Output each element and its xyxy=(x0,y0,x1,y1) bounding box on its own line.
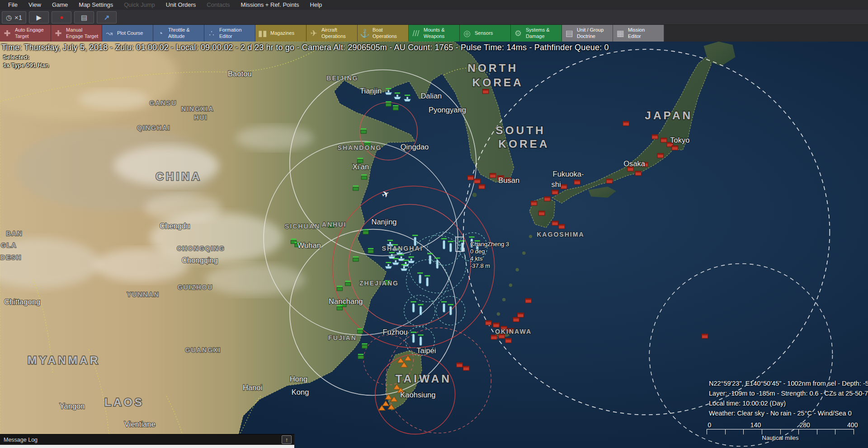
message-log-expand-button[interactable]: ↑ xyxy=(282,435,292,444)
unit-red[interactable] xyxy=(552,221,558,225)
unit-red[interactable] xyxy=(518,313,524,317)
map-label-xi-an: Xi'an xyxy=(353,163,369,171)
magazines-icon: ▮▮ xyxy=(257,29,268,37)
unit-red[interactable] xyxy=(652,135,658,139)
menu-missions-ref-points[interactable]: Missions + Ref. Points xyxy=(236,0,305,10)
unit-inst[interactable] xyxy=(358,354,363,359)
unit-red[interactable] xyxy=(544,196,551,201)
quick-toolbar: ◷×1▶●▤↗ xyxy=(0,10,868,25)
menu-view[interactable]: View xyxy=(23,0,47,10)
unit-red[interactable] xyxy=(482,89,489,93)
formation-editor-button[interactable]: ∴Formation Editor xyxy=(204,25,255,42)
unit-inst[interactable] xyxy=(358,328,363,333)
sensors-label: Sensors xyxy=(475,30,493,36)
map-label-guangxi: GUANGXI xyxy=(185,346,222,354)
unit-inst[interactable] xyxy=(358,158,363,163)
unit-red[interactable] xyxy=(672,146,678,150)
unit-inst[interactable] xyxy=(337,305,342,310)
unit-red[interactable] xyxy=(479,184,485,189)
record-icon: ● xyxy=(60,14,63,20)
record-button[interactable]: ● xyxy=(52,11,71,23)
unit-red[interactable] xyxy=(606,179,613,183)
unit-red[interactable] xyxy=(491,335,497,340)
unit-red[interactable] xyxy=(531,201,537,205)
unit-red[interactable] xyxy=(463,366,469,371)
unit-red[interactable] xyxy=(657,154,664,158)
unit-red[interactable] xyxy=(623,121,629,126)
map-label-zhejiang: ZHEJIANG xyxy=(359,280,399,287)
unit-red[interactable] xyxy=(525,299,532,303)
play-button[interactable]: ▶ xyxy=(29,11,49,23)
map-label-tokyo: Tokyo xyxy=(670,136,689,145)
plot-course-button[interactable]: ↝Plot Course xyxy=(102,25,153,42)
mounts-weapons-label: Mounts & Weapons xyxy=(424,27,444,39)
menu-game[interactable]: Game xyxy=(47,0,73,10)
mission-editor-label: Mission Editor xyxy=(628,27,645,39)
menu-help[interactable]: Help xyxy=(305,0,328,10)
unit-red[interactable] xyxy=(702,334,708,338)
systems-damage-button[interactable]: ⚙Systems & Damage xyxy=(511,25,562,42)
cursor-info-line-0: N22°59'23", E140°50'45" - 1002nm from se… xyxy=(709,378,868,388)
time-compression-button[interactable]: ◷×1 xyxy=(2,11,26,23)
unit-group-doctrine-button[interactable]: ▤Unit / Group Doctrine xyxy=(562,25,613,42)
unit-inst[interactable] xyxy=(361,129,366,134)
unit-red[interactable] xyxy=(561,184,567,189)
unit-inst[interactable] xyxy=(345,281,351,286)
aircraft-operations-button[interactable]: ✈Aircraft Operations xyxy=(307,25,358,42)
unit-red[interactable] xyxy=(660,138,667,142)
unit-red[interactable] xyxy=(505,338,512,343)
unit-inst[interactable] xyxy=(393,105,398,110)
manual-engage-target-button[interactable]: ✚Manual Engage Target xyxy=(51,25,102,42)
unit-red[interactable] xyxy=(493,323,500,327)
boat-operations-button[interactable]: ⚓Boat Operations xyxy=(358,25,409,42)
map-label-taipei: Taipei xyxy=(416,346,436,355)
mission-editor-button[interactable]: ▦Mission Editor xyxy=(613,25,664,42)
unit-inst[interactable] xyxy=(361,174,367,179)
unit-inst[interactable] xyxy=(363,229,368,234)
map-label-nanjing: Nanjing xyxy=(371,218,396,226)
unit-inst[interactable] xyxy=(368,248,373,253)
unit-red[interactable] xyxy=(474,179,481,183)
unit-red[interactable] xyxy=(552,190,558,195)
unit-inst[interactable] xyxy=(353,186,359,191)
unit-inst[interactable] xyxy=(353,257,359,261)
screenshot-button[interactable]: ▤ xyxy=(74,11,94,23)
unit-inst[interactable] xyxy=(362,343,367,348)
mounts-weapons-icon: /// xyxy=(410,29,421,37)
menu-file[interactable]: File xyxy=(3,0,23,10)
map-scale-bar: 0 140 280 400 Nautical miles xyxy=(707,421,854,441)
auto-engage-target-button[interactable]: ✚Auto Engage Target xyxy=(0,25,51,42)
magazines-button[interactable]: ▮▮Magazines xyxy=(255,25,307,42)
map-label-chengdu: Chengdu xyxy=(160,222,190,230)
unit-red[interactable] xyxy=(513,317,519,322)
unit-inst[interactable] xyxy=(386,101,391,106)
menu-contacts: Contacts xyxy=(201,0,235,10)
unit-red[interactable] xyxy=(467,176,474,180)
throttle-altitude-button[interactable]: ◔Throttle & Altitude xyxy=(153,25,204,42)
unit-red[interactable] xyxy=(574,180,580,185)
sensors-icon: ◎ xyxy=(462,29,472,37)
menu-unit-orders[interactable]: Unit Orders xyxy=(160,0,201,10)
map-label-shi: shi xyxy=(551,180,561,189)
map-label-north: NORTH xyxy=(467,62,518,74)
unit-red[interactable] xyxy=(486,321,492,325)
sensors-button[interactable]: ◎Sensors xyxy=(460,25,511,42)
play-icon: ▶ xyxy=(36,14,42,21)
time-compression-icon: ◷ xyxy=(6,14,12,21)
unit-red[interactable] xyxy=(490,173,496,178)
unit-red[interactable] xyxy=(457,363,463,367)
unit-red[interactable] xyxy=(559,224,565,229)
map-label-anhui: ANHUI xyxy=(322,221,346,228)
map-label-laos: LAOS xyxy=(104,396,144,408)
auto-engage-target-label: Auto Engage Target xyxy=(15,27,44,39)
unit-inst[interactable] xyxy=(337,286,342,291)
boat-operations-label: Boat Operations xyxy=(373,27,397,39)
unit-red[interactable] xyxy=(635,171,642,176)
scale-tick-400: 400 xyxy=(847,421,858,429)
menu-map-settings[interactable]: Map Settings xyxy=(73,0,118,10)
map-label-osaka: Osaka xyxy=(623,159,646,168)
jump-to-button[interactable]: ↗ xyxy=(97,11,117,23)
map-label-myanmar: MYANMAR xyxy=(28,354,100,366)
unit-red[interactable] xyxy=(538,211,545,215)
mounts-weapons-button[interactable]: ///Mounts & Weapons xyxy=(409,25,460,42)
